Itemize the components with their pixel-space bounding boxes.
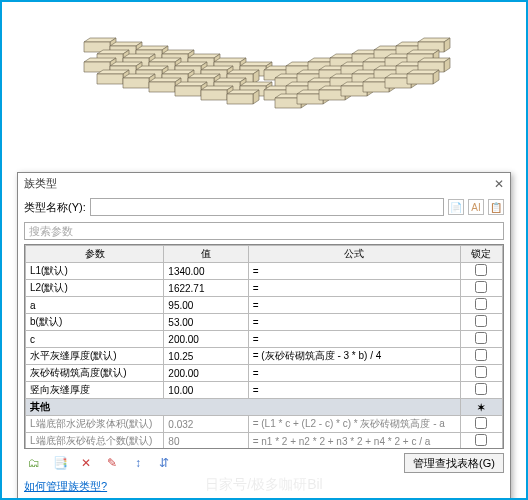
cell-param[interactable]: b(默认) — [26, 314, 164, 331]
lock-checkbox[interactable] — [475, 264, 487, 276]
dialog-title: 族类型 — [24, 176, 57, 191]
add-param-icon[interactable]: 🗂 — [24, 454, 44, 472]
table-row[interactable]: L1(默认)1340.00= — [26, 263, 503, 280]
manage-lookup-button[interactable]: 管理查找表格(G) — [404, 453, 504, 473]
cell-value[interactable]: 10.25 — [164, 348, 248, 365]
table-row[interactable]: L2(默认)1622.71= — [26, 280, 503, 297]
type-name-row: 类型名称(Y): 📄 AI 📋 — [18, 194, 510, 220]
cell-value[interactable]: 10.00 — [164, 382, 248, 399]
cell-formula[interactable]: = n1 * 2 + n2 * 2 + n3 * 2 + n4 * 2 + c … — [248, 433, 460, 450]
cell-value[interactable]: 1622.71 — [164, 280, 248, 297]
cell-value[interactable]: 0.032 — [164, 416, 248, 433]
model-viewport — [2, 2, 526, 172]
table-row[interactable]: 灰砂砖砌筑高度(默认)200.00= — [26, 365, 503, 382]
cell-formula[interactable]: = — [248, 314, 460, 331]
section-other-label: 其他 — [26, 399, 461, 416]
cell-param[interactable]: c — [26, 331, 164, 348]
cell-value[interactable]: 53.00 — [164, 314, 248, 331]
move-up-icon[interactable]: ↕ — [128, 454, 148, 472]
table-row[interactable]: c200.00= — [26, 331, 503, 348]
parameter-table: 参数 值 公式 锁定 L1(默认)1340.00=L2(默认)1622.71=a… — [25, 245, 503, 449]
cell-formula[interactable]: = — [248, 365, 460, 382]
cell-formula[interactable]: = — [248, 280, 460, 297]
delete-param-icon[interactable]: ✕ — [76, 454, 96, 472]
cell-value[interactable]: 95.00 — [164, 297, 248, 314]
cell-lock[interactable] — [460, 416, 502, 433]
family-types-dialog: 族类型 ✕ 类型名称(Y): 📄 AI 📋 搜索参数 参数 值 公式 锁定 L1… — [17, 172, 511, 500]
lock-checkbox[interactable] — [475, 315, 487, 327]
header-lock: 锁定 — [460, 246, 502, 263]
section-other[interactable]: 其他 ✶ — [26, 399, 503, 416]
cell-lock[interactable] — [460, 348, 502, 365]
cell-param[interactable]: 竖向灰缝厚度 — [26, 382, 164, 399]
cell-param[interactable]: L端底部灰砂砖总个数(默认) — [26, 433, 164, 450]
help-link[interactable]: 如何管理族类型? — [24, 480, 107, 492]
cell-formula[interactable]: = — [248, 382, 460, 399]
cell-lock[interactable] — [460, 263, 502, 280]
new-type-icon[interactable]: 📄 — [448, 199, 464, 215]
cell-value[interactable]: 80 — [164, 433, 248, 450]
lock-checkbox[interactable] — [475, 298, 487, 310]
header-value: 值 — [164, 246, 248, 263]
cell-lock[interactable] — [460, 382, 502, 399]
cell-lock[interactable] — [460, 314, 502, 331]
table-row[interactable]: L端底部灰砂砖总个数(默认)80= n1 * 2 + n2 * 2 + n3 *… — [26, 433, 503, 450]
table-row[interactable]: 竖向灰缝厚度10.00= — [26, 382, 503, 399]
cell-lock[interactable] — [460, 280, 502, 297]
cell-value[interactable]: 200.00 — [164, 331, 248, 348]
lock-checkbox[interactable] — [475, 366, 487, 378]
cell-param[interactable]: L2(默认) — [26, 280, 164, 297]
cell-formula[interactable]: = — [248, 263, 460, 280]
rename-type-icon[interactable]: AI — [468, 199, 484, 215]
cell-lock[interactable] — [460, 331, 502, 348]
parameter-grid[interactable]: 参数 值 公式 锁定 L1(默认)1340.00=L2(默认)1622.71=a… — [24, 244, 504, 449]
cell-formula[interactable]: = (灰砂砖砌筑高度 - 3 * b) / 4 — [248, 348, 460, 365]
add-shared-icon[interactable]: 📑 — [50, 454, 70, 472]
cell-param[interactable]: L1(默认) — [26, 263, 164, 280]
param-toolbar: 🗂 📑 ✕ ✎ ↕ ⇵ 管理查找表格(G) — [18, 449, 510, 477]
delete-type-icon[interactable]: 📋 — [488, 199, 504, 215]
lock-checkbox[interactable] — [475, 383, 487, 395]
move-down-icon[interactable]: ⇵ — [154, 454, 174, 472]
cell-lock[interactable] — [460, 433, 502, 450]
lock-checkbox[interactable] — [475, 281, 487, 293]
header-param: 参数 — [26, 246, 164, 263]
cell-value[interactable]: 1340.00 — [164, 263, 248, 280]
cell-formula[interactable]: = (L1 * c + (L2 - c) * c) * 灰砂砖砌筑高度 - a — [248, 416, 460, 433]
close-icon[interactable]: ✕ — [494, 177, 504, 191]
table-row[interactable]: b(默认)53.00= — [26, 314, 503, 331]
lock-checkbox[interactable] — [475, 332, 487, 344]
brick-wall-svg — [54, 7, 474, 167]
cell-param[interactable]: 灰砂砖砌筑高度(默认) — [26, 365, 164, 382]
type-name-input[interactable] — [90, 198, 444, 216]
search-placeholder: 搜索参数 — [29, 224, 73, 239]
search-input[interactable]: 搜索参数 — [24, 222, 504, 240]
help-row: 如何管理族类型? — [18, 477, 510, 498]
cell-param[interactable]: a — [26, 297, 164, 314]
table-row[interactable]: 水平灰缝厚度(默认)10.25= (灰砂砖砌筑高度 - 3 * b) / 4 — [26, 348, 503, 365]
header-row: 参数 值 公式 锁定 — [26, 246, 503, 263]
dialog-titlebar: 族类型 ✕ — [18, 173, 510, 194]
header-formula: 公式 — [248, 246, 460, 263]
lock-checkbox[interactable] — [475, 349, 487, 361]
cell-value[interactable]: 200.00 — [164, 365, 248, 382]
table-row[interactable]: a95.00= — [26, 297, 503, 314]
cell-formula[interactable]: = — [248, 331, 460, 348]
lock-checkbox[interactable] — [475, 434, 487, 446]
modify-param-icon[interactable]: ✎ — [102, 454, 122, 472]
cell-param[interactable]: L端底部水泥砂浆体积(默认) — [26, 416, 164, 433]
cell-formula[interactable]: = — [248, 297, 460, 314]
cell-lock[interactable] — [460, 365, 502, 382]
cell-lock[interactable] — [460, 297, 502, 314]
lock-checkbox[interactable] — [475, 417, 487, 429]
cell-param[interactable]: 水平灰缝厚度(默认) — [26, 348, 164, 365]
type-name-label: 类型名称(Y): — [24, 200, 86, 215]
table-row[interactable]: L端底部水泥砂浆体积(默认)0.032= (L1 * c + (L2 - c) … — [26, 416, 503, 433]
